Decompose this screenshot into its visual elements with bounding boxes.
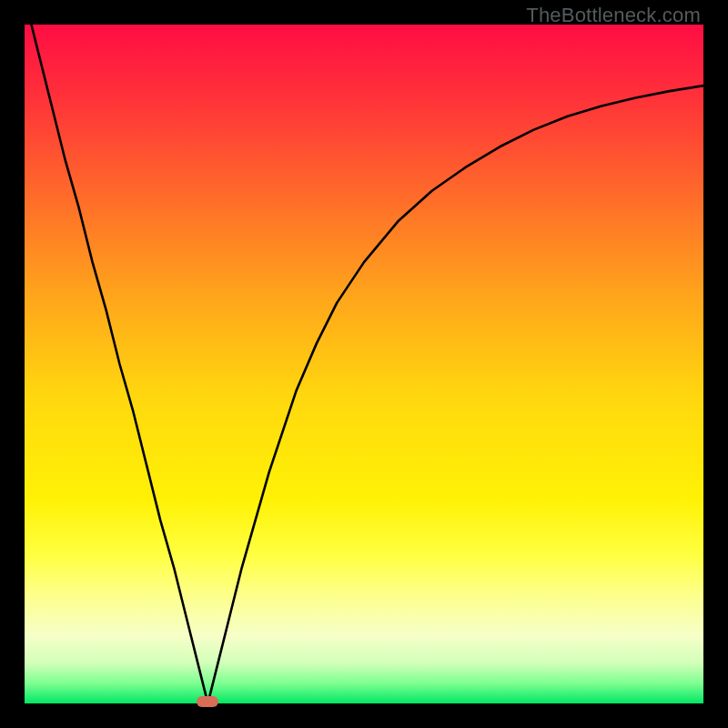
curve-overlay [25,25,703,703]
watermark-text: TheBottleneck.com [526,4,701,27]
minimum-marker [197,696,218,707]
bottleneck-curve [25,0,703,703]
